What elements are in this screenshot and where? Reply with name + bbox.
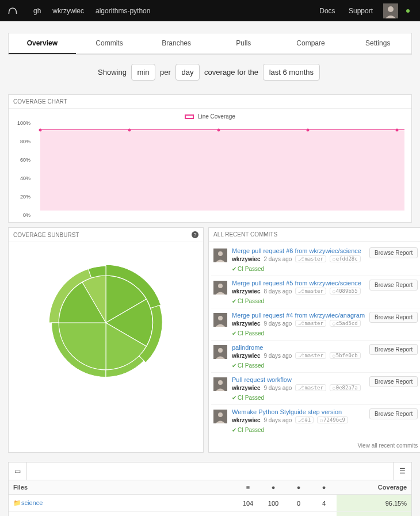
commit-branch[interactable]: master — [295, 352, 326, 359]
commit-sha[interactable]: 0e82a7a — [330, 384, 361, 391]
browse-report-button[interactable]: Browse Report — [369, 247, 418, 258]
y-tick-label: 100% — [17, 120, 30, 126]
browse-report-button[interactable]: Browse Report — [369, 280, 418, 291]
chart-point — [307, 129, 310, 132]
commit-author[interactable]: wkrzywiec — [232, 385, 260, 391]
commit-avatar[interactable] — [213, 410, 227, 423]
commit-sha[interactable]: 72496c9 — [317, 416, 348, 423]
commit-avatar[interactable] — [213, 313, 227, 327]
commit-branch[interactable]: master — [295, 384, 326, 391]
commit-author[interactable]: wkrzywiec — [232, 288, 260, 295]
commit-author[interactable]: wkrzywiec — [232, 353, 260, 359]
commit-branch[interactable]: master — [295, 320, 326, 327]
table-row[interactable]: 📁science1041000496.15% — [9, 495, 411, 512]
svg-point-6 — [218, 284, 223, 288]
commit-author[interactable]: wkrzywiec — [232, 320, 260, 327]
breadcrumb-org[interactable]: gh — [28, 7, 47, 15]
docs-link[interactable]: Docs — [314, 7, 341, 15]
commit-sha[interactable]: 4089b55 — [330, 288, 361, 295]
commit-branch[interactable]: #1 — [295, 416, 314, 423]
commit-age: 9 days ago — [264, 417, 292, 423]
chart-point — [128, 129, 131, 132]
commit-title[interactable]: Wemake Python Stylguide step version — [232, 408, 365, 415]
commit-branch[interactable]: master — [295, 255, 326, 262]
file-partial: 0 — [286, 512, 311, 517]
tab-overview[interactable]: Overview — [9, 33, 76, 54]
showing-prefix: Showing — [98, 68, 127, 77]
bucket-select[interactable]: day — [175, 64, 200, 81]
breadcrumb-repo[interactable]: algorithms-python — [90, 7, 156, 15]
folder-icon: 📁 — [13, 499, 19, 507]
commit-avatar[interactable] — [213, 249, 227, 262]
agg-select[interactable]: min — [131, 64, 156, 81]
commit-sha[interactable]: 5bfe0cb — [330, 352, 361, 359]
svg-point-4 — [218, 251, 223, 256]
svg-point-8 — [218, 316, 223, 320]
commit-title[interactable]: Merge pull request #4 from wkrzywiec/ana… — [232, 312, 365, 319]
commit-author[interactable]: wkrzywiec — [232, 417, 260, 423]
support-link[interactable]: Support — [343, 7, 379, 15]
repo-tabs: OverviewCommitsBranchesPullsCompareSetti… — [8, 33, 412, 55]
coverage-chart-title: COVERAGE CHART — [13, 98, 67, 105]
chart-point — [217, 129, 220, 132]
file-name[interactable]: science — [21, 499, 43, 506]
sunburst-panel: COVERAGE SUNBURST ? — [8, 227, 204, 453]
browse-report-button[interactable]: Browse Report — [369, 408, 418, 419]
table-row[interactable]: 📁string36340294.44% — [9, 512, 411, 517]
col-hit-icon[interactable]: ● — [261, 480, 286, 495]
y-tick-label: 80% — [20, 139, 30, 144]
browse-report-button[interactable]: Browse Report — [369, 376, 418, 387]
commit-author[interactable]: wkrzywiec — [232, 256, 260, 262]
commit-row: palindromewkrzywiec9 days agomaster5bfe0… — [211, 341, 420, 373]
commit-sha[interactable]: efdd28c — [330, 255, 361, 262]
files-panel: ▭ ☰ Files ≡ ● ● ● Coverage 📁science10410… — [8, 462, 412, 516]
app-logo[interactable] — [7, 5, 18, 17]
svg-point-14 — [218, 412, 223, 417]
commit-avatar[interactable] — [213, 345, 227, 359]
col-lines-icon[interactable]: ≡ — [235, 480, 261, 495]
tab-pulls[interactable]: Pulls — [210, 33, 277, 54]
legend-label: Line Coverage — [198, 113, 235, 120]
range-select[interactable]: last 6 months — [263, 64, 320, 81]
browse-report-button[interactable]: Browse Report — [369, 312, 418, 323]
col-files[interactable]: Files — [9, 480, 235, 495]
tab-settings[interactable]: Settings — [344, 33, 411, 54]
commit-avatar[interactable] — [213, 281, 227, 295]
sunburst-chart[interactable] — [9, 242, 203, 403]
browse-report-button[interactable]: Browse Report — [369, 344, 418, 355]
help-icon[interactable]: ? — [192, 231, 198, 238]
y-tick-label: 20% — [20, 194, 30, 200]
ci-status: CI Passed — [232, 395, 264, 401]
tab-compare[interactable]: Compare — [277, 33, 345, 54]
col-partial-icon[interactable]: ● — [286, 480, 311, 495]
file-partial: 0 — [286, 495, 311, 512]
breadcrumb-user[interactable]: wkrzywiec — [47, 7, 90, 15]
status-indicator — [406, 9, 410, 13]
view-all-commits-link[interactable]: View all recent commits — [209, 439, 420, 452]
tab-branches[interactable]: Branches — [143, 33, 210, 54]
commit-row: Wemake Python Stylguide step versionwkrz… — [211, 405, 420, 437]
files-view-list-icon[interactable]: ▭ — [9, 463, 27, 480]
tab-commits[interactable]: Commits — [76, 33, 143, 54]
commit-title[interactable]: Merge pull request #5 from wkrzywiec/sci… — [232, 280, 365, 286]
coverage-area-fill — [40, 129, 404, 211]
col-coverage[interactable]: Coverage — [337, 480, 411, 495]
file-miss: 4 — [311, 495, 337, 512]
topbar: gh wkrzywiec algorithms-python Docs Supp… — [0, 0, 420, 21]
commit-row: Merge pull request #5 from wkrzywiec/sci… — [211, 276, 420, 308]
ci-status: CI Passed — [232, 266, 264, 272]
svg-point-1 — [388, 6, 394, 12]
commit-branch[interactable]: master — [295, 288, 326, 295]
commit-avatar[interactable] — [213, 377, 227, 391]
commit-age: 8 days ago — [264, 288, 292, 295]
file-lines: 36 — [235, 512, 261, 517]
ci-status: CI Passed — [232, 330, 264, 337]
files-view-toggle-icon[interactable]: ☰ — [393, 463, 411, 480]
col-miss-icon[interactable]: ● — [311, 480, 337, 495]
commit-sha[interactable]: c5ad5cd — [330, 320, 361, 327]
commit-title[interactable]: palindrome — [232, 344, 365, 351]
file-coverage: 94.44% — [337, 512, 411, 517]
commit-title[interactable]: Pull request workflow — [232, 376, 365, 383]
user-avatar[interactable] — [383, 3, 398, 18]
commit-title[interactable]: Merge pull request #6 from wkrzywiec/sci… — [232, 247, 365, 254]
